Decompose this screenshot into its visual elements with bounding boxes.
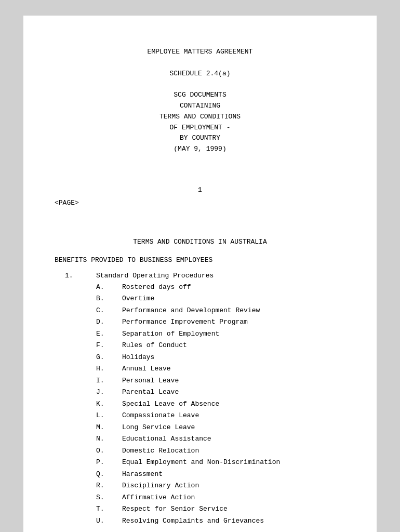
toc-item-text: Performance Improvement Program	[122, 317, 345, 327]
toc-item-text: Overtime	[122, 294, 345, 304]
document-page: EMPLOYEE MATTERS AGREEMENT SCHEDULE 2.4(…	[23, 16, 377, 532]
title-line4: CONTAINING	[55, 101, 345, 112]
page-number-1: 1	[55, 186, 345, 194]
toc-item-letter: G.	[96, 352, 122, 363]
toc-item-letter: K.	[96, 399, 122, 409]
toc-item-letter: I.	[96, 376, 122, 386]
toc-list-item: N.Educational Assistance	[96, 434, 345, 444]
benefits-title: BENEFITS PROVIDED TO BUSINESS EMPLOYEES	[55, 256, 345, 264]
toc-item-text: Compassionate Leave	[122, 410, 345, 421]
toc-item-text: Disciplinary Action	[122, 481, 345, 491]
title-line7: BY COUNTRY	[55, 133, 345, 144]
toc-list-item: R.Disciplinary Action	[96, 481, 345, 491]
toc-item-text: Holidays	[122, 352, 345, 363]
toc-item-letter: Q.	[96, 469, 122, 480]
toc-list-item: C.Performance and Development Review	[96, 305, 345, 316]
toc-list-item: D.Performance Improvement Program	[96, 317, 345, 327]
toc-number: 1.	[65, 272, 96, 280]
toc-item-text: Rostered days off	[122, 282, 345, 292]
title-line2: SCHEDULE 2.4(a)	[55, 69, 345, 79]
toc-item-header: 1. Standard Operating Procedures	[65, 272, 345, 280]
title-line5: TERMS AND CONDITIONS	[55, 112, 345, 123]
toc-list-item: E.Separation of Employment	[96, 329, 345, 339]
toc-item-text: Harassment	[122, 469, 345, 480]
toc-item-letter: J.	[96, 387, 122, 397]
title-line3: SCG DOCUMENTS	[55, 90, 345, 101]
toc-item-text: Affirmative Action	[122, 493, 345, 503]
toc-item-letter: H.	[96, 364, 122, 374]
toc-list-item: L.Compassionate Leave	[96, 410, 345, 421]
toc-item-letter: L.	[96, 410, 122, 421]
toc-item-letter: M.	[96, 422, 122, 433]
toc-list-item: F.Rules of Conduct	[96, 340, 345, 351]
toc-item-letter: O.	[96, 446, 122, 456]
title-line8: (MAY 9, 1999)	[55, 144, 345, 155]
toc-item-letter: P.	[96, 457, 122, 468]
toc-item-text: Long Service Leave	[122, 422, 345, 433]
toc-list-item: I.Personal Leave	[96, 376, 345, 386]
toc-item-text: Separation of Employment	[122, 329, 345, 339]
toc-list-item: S.Affirmative Action	[96, 493, 345, 503]
toc-item-letter: F.	[96, 340, 122, 351]
toc-container: 1. Standard Operating Procedures A.Roste…	[65, 272, 345, 526]
toc-list-item: H.Annual Leave	[96, 364, 345, 374]
toc-item-text: Performance and Development Review	[122, 305, 345, 316]
toc-list-item: B.Overtime	[96, 294, 345, 304]
toc-item-text: Educational Assistance	[122, 434, 345, 444]
toc-list-item: K.Special Leave of Absence	[96, 399, 345, 409]
toc-list-item: A.Rostered days off	[96, 282, 345, 292]
toc-item-letter: N.	[96, 434, 122, 444]
toc-item-letter: D.	[96, 317, 122, 327]
toc-item-text: Personal Leave	[122, 376, 345, 386]
toc-item-text: Respect for Senior Service	[122, 504, 345, 514]
toc-list-item: P.Equal Employment and Non-Discriminatio…	[96, 457, 345, 468]
toc-list-item: J.Parental Leave	[96, 387, 345, 397]
toc-item-text: Special Leave of Absence	[122, 399, 345, 409]
toc-header-text: Standard Operating Procedures	[96, 272, 345, 280]
toc-list-item: Q.Harassment	[96, 469, 345, 480]
toc-list-item: U.Resolving Complaints and Grievances	[96, 516, 345, 526]
toc-item-letter: A.	[96, 282, 122, 292]
toc-item-letter: T.	[96, 504, 122, 514]
toc-item-text: Annual Leave	[122, 364, 345, 374]
title-line1: EMPLOYEE MATTERS AGREEMENT	[55, 47, 345, 58]
toc-item-letter: S.	[96, 493, 122, 503]
title-line6: OF EMPLOYMENT -	[55, 123, 345, 134]
toc-item-text: Equal Employment and Non-Discrimination	[122, 457, 345, 468]
toc-item-text: Parental Leave	[122, 387, 345, 397]
toc-item-letter: E.	[96, 329, 122, 339]
toc-item-letter: B.	[96, 294, 122, 304]
toc-item-text: Resolving Complaints and Grievances	[122, 516, 345, 526]
toc-item-text: Domestic Relocation	[122, 446, 345, 456]
toc-list-item: M.Long Service Leave	[96, 422, 345, 433]
toc-list-item: G.Holidays	[96, 352, 345, 363]
toc-list-item: T.Respect for Senior Service	[96, 504, 345, 514]
toc-list-item: O.Domestic Relocation	[96, 446, 345, 456]
page-tag: <PAGE>	[55, 199, 345, 207]
toc-item-letter: R.	[96, 481, 122, 491]
toc-sub-items: A.Rostered days offB.OvertimeC.Performan…	[96, 282, 345, 526]
toc-item-letter: U.	[96, 516, 122, 526]
toc-item-letter: C.	[96, 305, 122, 316]
section-title: TERMS AND CONDITIONS IN AUSTRALIA	[55, 238, 345, 246]
toc-item-text: Rules of Conduct	[122, 340, 345, 351]
header-section: EMPLOYEE MATTERS AGREEMENT SCHEDULE 2.4(…	[55, 47, 345, 155]
